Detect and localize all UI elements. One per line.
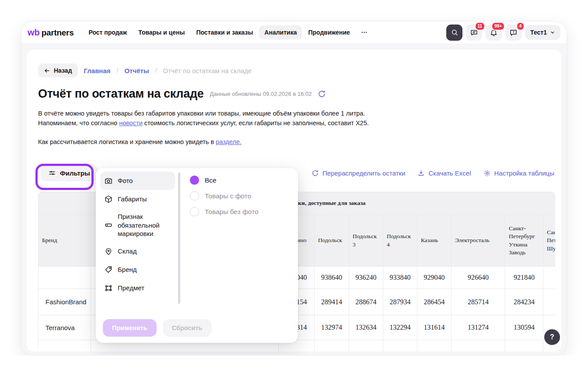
filter-menu-label: Бренд	[118, 265, 137, 274]
filters-button[interactable]: Фильтры	[41, 165, 98, 181]
filter-menu-subject[interactable]: Предмет	[100, 279, 175, 297]
filter-menu-dimensions[interactable]: Габариты	[100, 190, 175, 208]
toolbar-links: Перераспределить остатки Скачать Excel Н…	[312, 169, 554, 177]
description-line2-pre: Напоминаем, что согласно	[38, 120, 119, 127]
report-description: В отчёте можно увидеть товары без габари…	[38, 109, 554, 128]
news-link[interactable]: новости	[119, 120, 143, 127]
col-header-brand: Бренд	[38, 215, 91, 267]
notifications-button[interactable]: 99+	[486, 25, 502, 41]
cell: 938640	[315, 267, 349, 289]
section-link[interactable]: разделе.	[216, 138, 242, 145]
group-header-empty	[38, 192, 91, 215]
option-without-photo[interactable]: Товары без фото	[190, 207, 298, 216]
col-header-podolsk: Подольск	[315, 215, 349, 267]
radio-selected-icon[interactable]	[190, 176, 199, 185]
photo-filter-options: Все Товары с фото Товары без фото	[180, 168, 298, 343]
filter-panel-buttons: Применить Сбросить	[103, 319, 211, 337]
nav-sales-growth[interactable]: Рост продаж	[83, 25, 132, 39]
option-label: Все	[205, 176, 217, 184]
sliders-icon	[48, 169, 56, 177]
search-icon	[451, 28, 458, 36]
option-with-photo[interactable]: Товары с фото	[190, 191, 298, 201]
cell: 132634	[349, 315, 383, 340]
notifications-badge: 99+	[491, 22, 505, 31]
refresh-data-icon[interactable]	[318, 90, 326, 98]
description-line1: В отчёте можно увидеть товары без габари…	[38, 110, 365, 117]
cell-brand: Terranova	[38, 315, 91, 340]
download-excel-link[interactable]: Скачать Excel	[417, 169, 471, 177]
nav-goods-prices[interactable]: Товары и цены	[133, 25, 190, 39]
report-description-2: Как рассчитывается логистика и хранение …	[38, 137, 554, 147]
col-header-podolsk-4: Подольск 4	[383, 215, 417, 267]
cell: 936240	[349, 267, 383, 289]
messages-badge: 11	[475, 22, 486, 31]
help-floating-button[interactable]: ?	[543, 328, 561, 346]
option-all[interactable]: Все	[190, 176, 298, 185]
messages-button[interactable]: 11	[466, 25, 482, 41]
support-button[interactable]: ? 4	[505, 25, 522, 41]
back-button[interactable]: Назад	[38, 63, 78, 77]
location-pin-icon	[104, 247, 113, 256]
download-label: Скачать Excel	[428, 169, 471, 177]
breadcrumb-home[interactable]: Главная	[84, 67, 111, 74]
group-header-available-stock: Остатки, доступные для заказа	[279, 192, 556, 215]
breadcrumb-separator: /	[155, 67, 157, 74]
wb-partners-logo[interactable]: wb partners	[28, 28, 74, 38]
filter-menu-label: Склад	[118, 247, 136, 256]
cell	[383, 340, 417, 352]
radio-unselected-icon[interactable]	[190, 191, 199, 201]
redistribute-stock-link[interactable]: Перераспределить остатки	[312, 169, 405, 177]
filter-menu-label: Габариты	[118, 195, 147, 204]
cell: 284234	[505, 289, 543, 315]
back-label: Назад	[54, 67, 72, 74]
table-settings-link[interactable]: Настройка таблицы	[483, 169, 554, 177]
cell: 132294	[383, 315, 417, 340]
crop-frame-icon	[104, 284, 113, 292]
nav-analytics[interactable]: Аналитика	[259, 25, 302, 39]
breadcrumb: Назад Главная / Отчёты / Отчёт по остатк…	[38, 63, 554, 77]
support-badge: 4	[516, 22, 525, 31]
breadcrumb-current: Отчёт по остаткам на складе	[163, 67, 252, 74]
cell	[452, 340, 505, 352]
description-line3-pre: Как рассчитывается логистика и хранение …	[38, 138, 216, 145]
logo-partners: partners	[42, 28, 74, 38]
filter-menu-warehouse[interactable]: Склад	[100, 242, 175, 260]
filter-menu-photo[interactable]: Фото	[100, 172, 175, 190]
redistribute-icon	[312, 169, 319, 177]
top-navigation-bar: wb partners Рост продаж Товары и цены По…	[21, 21, 567, 43]
arrow-left-icon	[44, 67, 50, 74]
page-title: Отчёт по остаткам на складе	[38, 87, 203, 101]
cell: 289414	[315, 289, 349, 315]
filter-menu-label: Предмет	[118, 284, 144, 292]
cell: 929040	[417, 267, 452, 289]
cell	[417, 340, 452, 352]
question-bubble-icon: ?	[509, 28, 518, 37]
cell: 132974	[315, 315, 349, 340]
gear-icon	[483, 169, 491, 177]
title-row: Отчёт по остаткам на складе Данные обнов…	[38, 87, 554, 101]
cell: 286454	[417, 289, 452, 315]
redistribute-label: Перераспределить остатки	[322, 169, 405, 177]
breadcrumb-reports[interactable]: Отчёты	[124, 67, 149, 74]
nav-promotion[interactable]: Продвижение	[303, 25, 355, 39]
nav-more-ellipsis[interactable]: ···	[356, 25, 373, 39]
filter-menu-brand[interactable]: Бренд	[100, 260, 175, 279]
cell	[349, 340, 383, 352]
menu-scrollbar[interactable]	[178, 172, 180, 304]
nav-supplies-orders[interactable]: Поставки и заказы	[191, 25, 258, 39]
col-header-podolsk-3: Подольск 3	[349, 215, 383, 267]
reset-button[interactable]: Сбросить	[163, 319, 212, 337]
filter-menu-label: Фото	[118, 176, 133, 185]
cell: 933840	[383, 267, 417, 289]
chevron-down-icon	[550, 30, 555, 35]
col-header-spb-shushary: Санкт-Петербург Шушары	[543, 215, 556, 267]
search-button[interactable]	[446, 25, 462, 41]
radio-unselected-icon[interactable]	[190, 207, 199, 216]
cell: 921840	[505, 267, 543, 289]
apply-button[interactable]: Применить	[103, 319, 157, 337]
filter-menu-mandatory-marking[interactable]: Признак обязательной маркировки	[100, 208, 175, 242]
cell-brand: FashionBrand	[38, 289, 91, 315]
account-menu[interactable]: Тест1	[525, 25, 560, 40]
col-header-spb-utkina-zavod: Санкт-Петербург Уткина Заводь	[505, 215, 543, 267]
cell-brand	[38, 267, 91, 289]
